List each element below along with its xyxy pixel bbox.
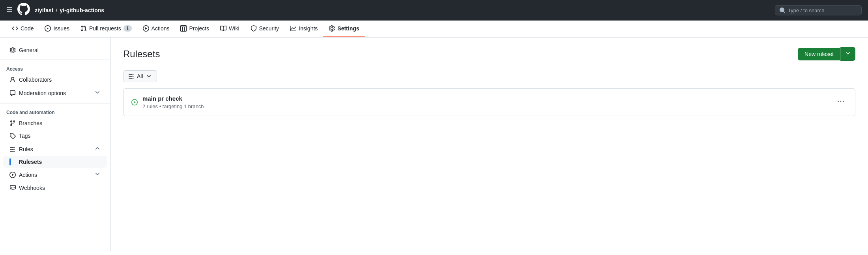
pull-requests-badge: 1 (123, 25, 132, 32)
sidebar-item-branches[interactable]: Branches (3, 117, 107, 129)
tab-code-label: Code (21, 25, 34, 32)
person-icon (9, 77, 16, 83)
filter-icon (128, 73, 135, 79)
settings-icon (329, 25, 335, 32)
sidebar-item-tags[interactable]: Tags (3, 129, 107, 142)
tab-insights[interactable]: Insights (284, 21, 323, 37)
sidebar-item-actions[interactable]: Actions (3, 168, 107, 182)
ruleset-card: main pr check 2 rules • targeting 1 bran… (123, 88, 855, 116)
tab-security[interactable]: Security (245, 21, 285, 37)
pull-request-icon (80, 25, 87, 32)
ruleset-info: main pr check 2 rules • targeting 1 bran… (142, 95, 830, 109)
sidebar-sub-rules: Rulesets (0, 156, 110, 168)
tab-pull-requests[interactable]: Pull requests 1 (75, 21, 137, 37)
breadcrumb-separator: / (56, 7, 57, 13)
tag-icon (9, 133, 16, 139)
breadcrumb: ziyifast / yi-github-actions (35, 7, 104, 13)
rules-icon (9, 146, 16, 152)
actions-icon (143, 25, 149, 32)
search-icon (779, 7, 786, 13)
tab-issues-label: Issues (53, 25, 69, 32)
github-logo[interactable] (17, 3, 30, 18)
sidebar-item-rulesets[interactable]: Rulesets (3, 156, 107, 168)
tab-projects[interactable]: Projects (175, 21, 215, 37)
sidebar-item-webhooks[interactable]: Webhooks (3, 182, 107, 194)
search-placeholder: Type / to search (788, 8, 825, 13)
tab-wiki[interactable]: Wiki (215, 21, 245, 37)
breadcrumb-owner[interactable]: ziyifast (35, 7, 53, 13)
sidebar-collaborators-label: Collaborators (19, 77, 52, 83)
tab-projects-label: Projects (189, 25, 209, 32)
search-area: Type / to search (775, 5, 862, 15)
tab-security-label: Security (259, 25, 279, 32)
chevron-down-icon (845, 50, 851, 56)
nav-left: ziyifast / yi-github-actions (6, 3, 104, 18)
sidebar-rulesets-label: Rulesets (19, 159, 42, 165)
issues-icon (45, 25, 51, 32)
ruleset-name-text: main pr check (142, 95, 182, 102)
tab-insights-label: Insights (299, 25, 318, 32)
wiki-icon (220, 25, 226, 32)
new-ruleset-button-group: New ruleset (798, 47, 855, 61)
actions-expand-icon (94, 171, 101, 178)
filter-bar: All (123, 70, 855, 82)
page-layout: General Access Collaborators Moderation … (0, 38, 868, 251)
rules-expand-icon (94, 145, 101, 153)
ruleset-more-button[interactable] (834, 97, 847, 108)
search-box[interactable]: Type / to search (775, 5, 862, 15)
filter-all-button[interactable]: All (123, 70, 157, 82)
branch-icon (9, 120, 16, 126)
tab-actions[interactable]: Actions (137, 21, 175, 37)
sidebar-branches-label: Branches (19, 120, 42, 126)
new-ruleset-dropdown[interactable] (840, 47, 855, 61)
general-icon (9, 47, 16, 53)
insights-icon (290, 25, 296, 32)
sidebar-section-code: Code and automation (0, 107, 110, 117)
sidebar-divider-2 (0, 103, 110, 103)
code-icon (12, 25, 18, 32)
filter-all-label: All (137, 73, 143, 79)
sidebar-webhooks-label: Webhooks (19, 185, 45, 191)
breadcrumb-repo[interactable]: yi-github-actions (60, 7, 104, 13)
ruleset-name[interactable]: main pr check (142, 95, 830, 102)
settings-sidebar: General Access Collaborators Moderation … (0, 38, 110, 251)
sidebar-moderation-label: Moderation options (19, 90, 66, 96)
tab-settings-label: Settings (337, 25, 359, 32)
sidebar-item-moderation[interactable]: Moderation options (3, 86, 107, 100)
sidebar-actions-icon (9, 172, 16, 178)
sidebar-item-general[interactable]: General (3, 44, 107, 56)
hamburger-icon[interactable] (6, 6, 13, 15)
main-content: Rulesets New ruleset All main pr check (110, 38, 868, 251)
sidebar-item-rules[interactable]: Rules (3, 142, 107, 156)
ruleset-meta: 2 rules • targeting 1 branch (142, 103, 830, 109)
tab-wiki-label: Wiki (229, 25, 239, 32)
page-title: Rulesets (123, 49, 160, 60)
more-horizontal-icon (838, 98, 844, 105)
sidebar-section-access: Access (0, 63, 110, 73)
main-header: Rulesets New ruleset (123, 47, 855, 61)
tab-code[interactable]: Code (6, 21, 39, 37)
tab-actions-label: Actions (152, 25, 170, 32)
projects-icon (180, 25, 187, 32)
top-navigation: ziyifast / yi-github-actions Type / to s… (0, 0, 868, 21)
sidebar-rules-label: Rules (19, 146, 33, 152)
webhook-icon (9, 185, 16, 191)
moderation-expand-icon (94, 89, 101, 97)
sidebar-tags-label: Tags (19, 133, 31, 139)
tab-issues[interactable]: Issues (39, 21, 75, 37)
repo-tabs: Code Issues Pull requests 1 Actions Proj… (0, 21, 868, 38)
sidebar-item-collaborators[interactable]: Collaborators (3, 73, 107, 86)
sidebar-general-label: General (19, 47, 39, 53)
ruleset-active-icon (131, 99, 138, 105)
security-icon (251, 25, 257, 32)
sidebar-actions-label: Actions (19, 172, 37, 178)
new-ruleset-button[interactable]: New ruleset (798, 48, 840, 60)
tab-settings[interactable]: Settings (323, 21, 365, 37)
filter-chevron-icon (146, 73, 152, 79)
tab-pull-requests-label: Pull requests (89, 25, 121, 32)
sidebar-divider (0, 60, 110, 60)
comment-icon (9, 90, 16, 96)
